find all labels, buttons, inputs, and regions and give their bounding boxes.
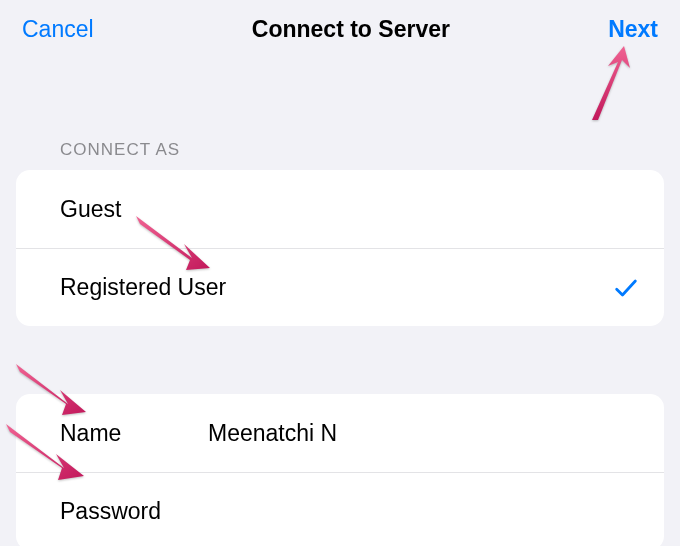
- credentials-group: Name Password: [16, 394, 664, 546]
- connect-as-group: Guest Registered User: [16, 170, 664, 326]
- option-guest[interactable]: Guest: [16, 170, 664, 248]
- password-row[interactable]: Password: [16, 472, 664, 546]
- password-label: Password: [60, 498, 208, 525]
- checkmark-icon: [612, 274, 640, 302]
- option-registered-label: Registered User: [60, 274, 226, 301]
- connect-as-header: CONNECT AS: [0, 58, 680, 170]
- password-field[interactable]: [208, 498, 640, 525]
- name-field[interactable]: [208, 420, 640, 447]
- cancel-button[interactable]: Cancel: [22, 16, 94, 43]
- option-registered-user[interactable]: Registered User: [16, 248, 664, 326]
- page-title: Connect to Server: [252, 16, 450, 43]
- name-row[interactable]: Name: [16, 394, 664, 472]
- next-button[interactable]: Next: [608, 16, 658, 43]
- option-guest-label: Guest: [60, 196, 121, 223]
- name-label: Name: [60, 420, 208, 447]
- nav-bar: Cancel Connect to Server Next: [0, 0, 680, 58]
